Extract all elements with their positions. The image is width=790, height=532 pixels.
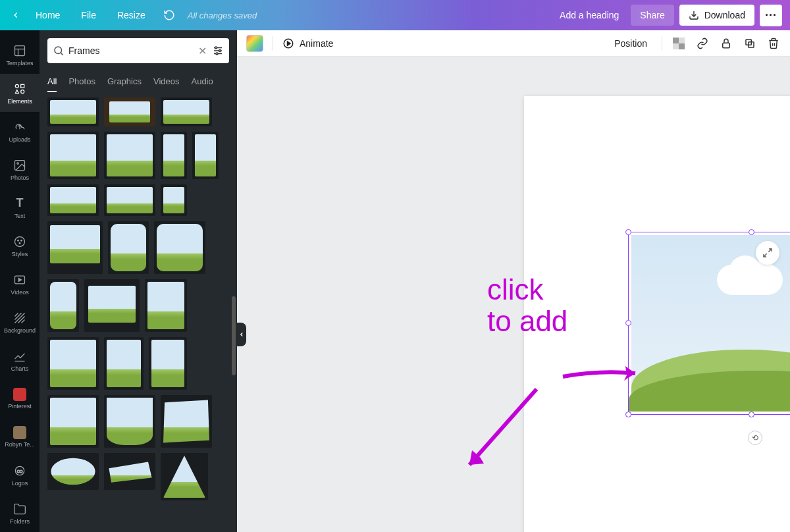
frame-thumbnail[interactable] [108,221,149,274]
frame-thumbnail[interactable] [47,221,103,274]
nav-elements[interactable]: Elements [0,74,40,112]
lock-button[interactable] [719,36,733,51]
lock-icon [720,38,732,49]
filter-button[interactable] [212,45,224,57]
svg-point-13 [19,242,20,244]
elements-icon [13,82,26,95]
resize-menu[interactable]: Resize [108,6,155,24]
frame-thumbnail[interactable] [149,337,187,390]
undo-button[interactable] [160,6,178,24]
animate-button[interactable]: Animate [282,38,333,49]
divider [273,36,273,51]
svg-line-17 [15,313,22,319]
transparency-button[interactable] [672,36,686,51]
nav-folders[interactable]: Folders [0,494,40,532]
resize-handle-w[interactable] [625,320,631,326]
frame-thumbnail[interactable] [192,132,219,179]
nav-background[interactable]: Background [0,303,40,341]
frame-thumbnail[interactable] [104,395,155,448]
frame-thumbnail[interactable] [104,184,155,216]
nav-styles[interactable]: Styles [0,226,40,265]
tab-all[interactable]: All [47,71,57,92]
collapse-panel-button[interactable] [237,323,246,346]
nav-uploads[interactable]: Uploads [0,112,40,150]
tab-graphics[interactable]: Graphics [107,71,142,92]
scrollbar-thumb[interactable] [232,296,236,375]
context-toolbar: Animate Position [237,30,790,57]
frame-thumbnail[interactable] [84,279,140,332]
nav-logos[interactable]: CO Logos [0,456,40,494]
svg-line-24 [61,53,63,55]
resize-handle-n[interactable] [749,229,754,235]
nav-background-label: Background [4,328,36,334]
nav-photos[interactable]: Photos [0,150,40,188]
tab-audio[interactable]: Audio [191,71,213,92]
frame-thumbnail[interactable] [161,395,212,448]
back-button[interactable] [8,7,24,23]
tab-videos[interactable]: Videos [153,71,180,92]
svg-point-7 [21,90,24,93]
delete-button[interactable] [766,36,781,51]
position-button[interactable]: Position [609,36,652,51]
frame-thumbnail[interactable] [161,97,212,126]
nav-text[interactable]: T Text [0,188,40,226]
file-menu[interactable]: File [72,6,105,24]
search-results[interactable] [40,92,237,532]
frame-thumbnail[interactable] [47,395,99,448]
download-button[interactable]: Download [679,5,754,26]
link-button[interactable] [695,36,710,51]
svg-point-12 [21,240,22,241]
animate-label: Animate [300,38,333,49]
duplicate-button[interactable] [743,36,757,51]
svg-line-18 [18,316,25,323]
search-input[interactable] [68,45,193,56]
nav-pinterest[interactable]: Pinterest [0,379,40,417]
nav-videos[interactable]: Videos [0,265,40,303]
frame-thumbnail[interactable] [47,97,99,126]
nav-rail: Templates Elements Uploads Photos T Text… [0,30,40,532]
frame-thumbnail[interactable] [47,453,99,490]
resize-handle-s[interactable] [749,412,754,417]
text-icon: T [13,196,27,211]
frame-thumbnail[interactable] [47,337,99,390]
nav-robyn[interactable]: Robyn Te... [0,417,40,456]
divider [662,36,662,51]
share-button[interactable]: Share [631,5,673,26]
color-picker-button[interactable] [246,35,263,52]
search-box[interactable]: ✕ [47,38,229,63]
resize-handle-nw[interactable] [625,229,631,235]
frame-thumbnail[interactable] [154,221,205,274]
svg-point-23 [55,47,62,54]
tab-photos[interactable]: Photos [68,71,95,92]
frame-thumbnail[interactable] [145,279,187,332]
home-menu[interactable]: Home [26,6,69,24]
resize-handle-sw[interactable] [625,412,631,417]
nav-pinterest-label: Pinterest [8,404,32,410]
nav-uploads-label: Uploads [9,137,30,143]
rotate-handle[interactable]: ⟲ [748,431,762,445]
svg-rect-34 [673,38,679,43]
svg-point-4 [15,84,18,88]
frame-thumbnail[interactable] [161,453,208,500]
frame-thumbnail[interactable] [47,279,79,332]
frame-thumbnail[interactable] [104,97,155,126]
canvas-viewport[interactable]: ⟲ click to add [237,57,790,532]
frame-thumbnail[interactable] [47,184,99,216]
svg-point-9 [17,162,18,164]
transparency-icon [673,38,685,49]
more-menu-button[interactable]: ··· [760,5,782,26]
frame-thumbnail[interactable] [47,132,99,179]
frame-thumbnail[interactable] [161,132,187,179]
frame-thumbnail[interactable] [161,184,187,216]
nav-charts[interactable]: Charts [0,341,40,379]
frame-thumbnail[interactable] [104,337,144,390]
videos-icon [13,273,26,286]
frame-thumbnail[interactable] [104,132,155,179]
chevron-left-icon [238,331,245,338]
expand-canvas-button[interactable] [756,241,779,265]
nav-photos-label: Photos [11,175,29,181]
search-clear-button[interactable]: ✕ [197,43,208,59]
add-heading-button[interactable]: Add a heading [553,6,625,24]
nav-templates[interactable]: Templates [0,36,40,74]
frame-thumbnail[interactable] [104,453,155,490]
